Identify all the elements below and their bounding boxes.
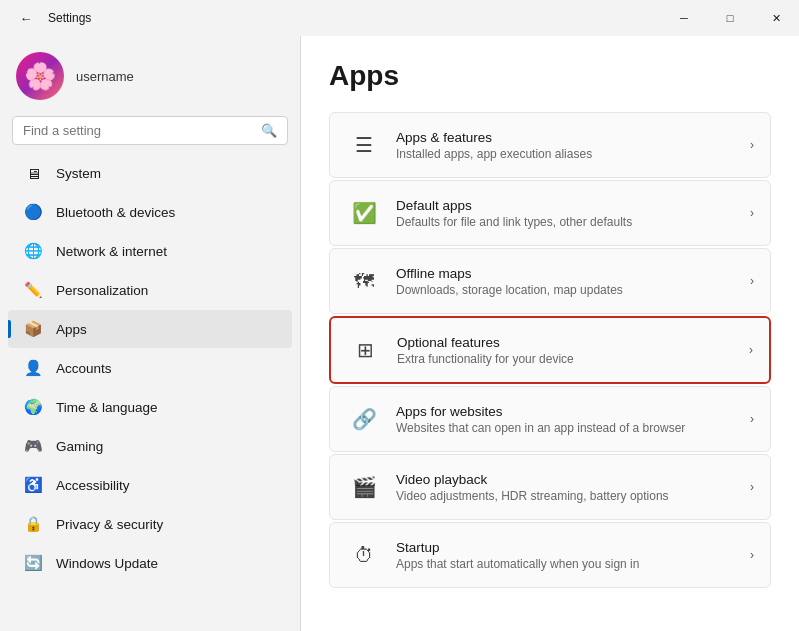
time-nav-icon: 🌍 xyxy=(24,398,42,416)
back-button[interactable]: ← xyxy=(12,4,40,32)
sidebar-item-privacy[interactable]: 🔒Privacy & security xyxy=(8,505,292,543)
page-title: Apps xyxy=(329,60,771,92)
apps-websites-title: Apps for websites xyxy=(396,404,750,419)
offline-maps-title: Offline maps xyxy=(396,266,750,281)
sidebar-item-gaming[interactable]: 🎮Gaming xyxy=(8,427,292,465)
sidebar-item-label-bluetooth: Bluetooth & devices xyxy=(56,205,175,220)
offline-maps-text: Offline mapsDownloads, storage location,… xyxy=(396,266,750,297)
sidebar-item-label-network: Network & internet xyxy=(56,244,167,259)
gaming-nav-icon: 🎮 xyxy=(24,437,42,455)
nav-list: 🖥System🔵Bluetooth & devices🌐Network & in… xyxy=(0,153,300,583)
sidebar-item-label-apps: Apps xyxy=(56,322,87,337)
sidebar-item-label-time: Time & language xyxy=(56,400,158,415)
sidebar-item-personalization[interactable]: ✏️Personalization xyxy=(8,271,292,309)
video-playback-desc: Video adjustments, HDR streaming, batter… xyxy=(396,489,750,503)
accounts-nav-icon: 👤 xyxy=(24,359,42,377)
close-button[interactable]: ✕ xyxy=(753,0,799,36)
startup-text: StartupApps that start automatically whe… xyxy=(396,540,750,571)
apps-features-title: Apps & features xyxy=(396,130,750,145)
offline-maps-desc: Downloads, storage location, map updates xyxy=(396,283,750,297)
apps-websites-icon: 🔗 xyxy=(346,401,382,437)
startup-chevron-icon: › xyxy=(750,548,754,562)
optional-features-desc: Extra functionality for your device xyxy=(397,352,749,366)
title-bar-left: ← Settings xyxy=(12,4,91,32)
title-bar: ← Settings ─ □ ✕ xyxy=(0,0,799,36)
video-playback-icon: 🎬 xyxy=(346,469,382,505)
apps-websites-chevron-icon: › xyxy=(750,412,754,426)
default-apps-text: Default appsDefaults for file and link t… xyxy=(396,198,750,229)
startup-title: Startup xyxy=(396,540,750,555)
sidebar: 🌸 username 🔍 🖥System🔵Bluetooth & devices… xyxy=(0,36,300,631)
settings-item-video-playback[interactable]: 🎬Video playbackVideo adjustments, HDR st… xyxy=(329,454,771,520)
sidebar-item-label-gaming: Gaming xyxy=(56,439,103,454)
default-apps-title: Default apps xyxy=(396,198,750,213)
sidebar-item-time[interactable]: 🌍Time & language xyxy=(8,388,292,426)
minimize-button[interactable]: ─ xyxy=(661,0,707,36)
sidebar-item-label-personalization: Personalization xyxy=(56,283,148,298)
content-area: Apps ☰Apps & featuresInstalled apps, app… xyxy=(301,36,799,631)
sidebar-item-label-system: System xyxy=(56,166,101,181)
sidebar-item-label-update: Windows Update xyxy=(56,556,158,571)
optional-features-text: Optional featuresExtra functionality for… xyxy=(397,335,749,366)
default-apps-desc: Defaults for file and link types, other … xyxy=(396,215,750,229)
settings-list: ☰Apps & featuresInstalled apps, app exec… xyxy=(329,112,771,588)
settings-item-offline-maps[interactable]: 🗺Offline mapsDownloads, storage location… xyxy=(329,248,771,314)
settings-item-apps-websites[interactable]: 🔗Apps for websitesWebsites that can open… xyxy=(329,386,771,452)
default-apps-icon: ✅ xyxy=(346,195,382,231)
update-nav-icon: 🔄 xyxy=(24,554,42,572)
system-nav-icon: 🖥 xyxy=(24,164,42,182)
user-profile[interactable]: 🌸 username xyxy=(0,36,300,112)
sidebar-item-apps[interactable]: 📦Apps xyxy=(8,310,292,348)
sidebar-item-network[interactable]: 🌐Network & internet xyxy=(8,232,292,270)
offline-maps-chevron-icon: › xyxy=(750,274,754,288)
title-bar-title: Settings xyxy=(48,11,91,25)
sidebar-item-system[interactable]: 🖥System xyxy=(8,154,292,192)
sidebar-item-label-privacy: Privacy & security xyxy=(56,517,163,532)
settings-item-apps-features[interactable]: ☰Apps & featuresInstalled apps, app exec… xyxy=(329,112,771,178)
personalization-nav-icon: ✏️ xyxy=(24,281,42,299)
sidebar-item-accessibility[interactable]: ♿Accessibility xyxy=(8,466,292,504)
apps-nav-icon: 📦 xyxy=(24,320,42,338)
avatar: 🌸 xyxy=(16,52,64,100)
search-input[interactable] xyxy=(23,123,253,138)
apps-features-text: Apps & featuresInstalled apps, app execu… xyxy=(396,130,750,161)
sidebar-item-update[interactable]: 🔄Windows Update xyxy=(8,544,292,582)
avatar-icon: 🌸 xyxy=(24,61,56,92)
sidebar-item-label-accessibility: Accessibility xyxy=(56,478,130,493)
startup-desc: Apps that start automatically when you s… xyxy=(396,557,750,571)
maximize-button[interactable]: □ xyxy=(707,0,753,36)
optional-features-chevron-icon: › xyxy=(749,343,753,357)
sidebar-item-bluetooth[interactable]: 🔵Bluetooth & devices xyxy=(8,193,292,231)
video-playback-text: Video playbackVideo adjustments, HDR str… xyxy=(396,472,750,503)
default-apps-chevron-icon: › xyxy=(750,206,754,220)
sidebar-item-accounts[interactable]: 👤Accounts xyxy=(8,349,292,387)
optional-features-icon: ⊞ xyxy=(347,332,383,368)
settings-item-default-apps[interactable]: ✅Default appsDefaults for file and link … xyxy=(329,180,771,246)
title-bar-controls: ─ □ ✕ xyxy=(661,0,799,36)
apps-websites-desc: Websites that can open in an app instead… xyxy=(396,421,750,435)
apps-features-icon: ☰ xyxy=(346,127,382,163)
video-playback-chevron-icon: › xyxy=(750,480,754,494)
network-nav-icon: 🌐 xyxy=(24,242,42,260)
accessibility-nav-icon: ♿ xyxy=(24,476,42,494)
apps-features-desc: Installed apps, app execution aliases xyxy=(396,147,750,161)
privacy-nav-icon: 🔒 xyxy=(24,515,42,533)
main-layout: 🌸 username 🔍 🖥System🔵Bluetooth & devices… xyxy=(0,36,799,631)
bluetooth-nav-icon: 🔵 xyxy=(24,203,42,221)
search-box[interactable]: 🔍 xyxy=(12,116,288,145)
optional-features-title: Optional features xyxy=(397,335,749,350)
user-name: username xyxy=(76,69,134,84)
sidebar-item-label-accounts: Accounts xyxy=(56,361,112,376)
search-icon: 🔍 xyxy=(261,123,277,138)
offline-maps-icon: 🗺 xyxy=(346,263,382,299)
settings-item-optional-features[interactable]: ⊞Optional featuresExtra functionality fo… xyxy=(329,316,771,384)
startup-icon: ⏱ xyxy=(346,537,382,573)
settings-item-startup[interactable]: ⏱StartupApps that start automatically wh… xyxy=(329,522,771,588)
video-playback-title: Video playback xyxy=(396,472,750,487)
apps-websites-text: Apps for websitesWebsites that can open … xyxy=(396,404,750,435)
apps-features-chevron-icon: › xyxy=(750,138,754,152)
